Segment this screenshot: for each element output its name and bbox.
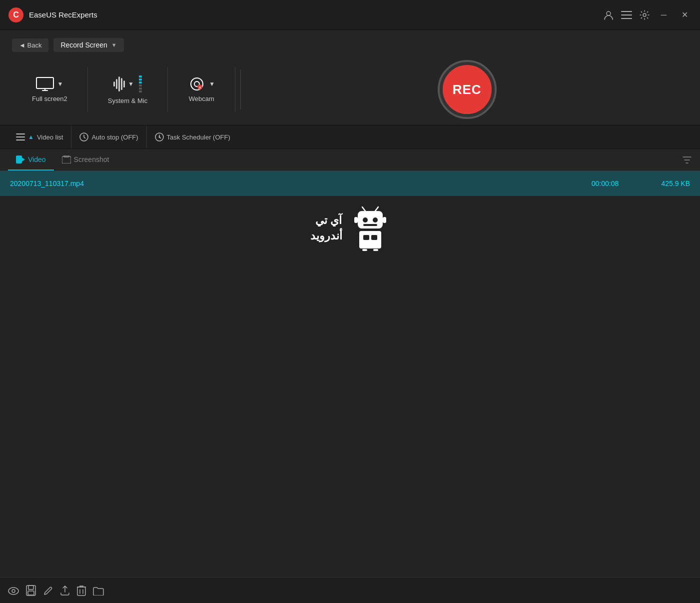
svg-rect-29 [383,217,386,223]
audio-icon-wrap: ▼ [113,75,142,93]
screenshot-tab-icon [62,156,71,164]
video-list-label: Video list [37,134,63,141]
svg-rect-18 [16,156,22,164]
svg-rect-14 [16,140,25,140]
mode-dropdown[interactable]: Record Screen ▼ [53,38,123,52]
svg-rect-39 [28,591,34,595]
upload-button[interactable] [60,584,70,596]
svg-rect-13 [16,136,25,138]
mode-label: Record Screen [60,41,107,49]
audio-visualizer [113,75,125,93]
audio-control[interactable]: ▼ System & Mic [88,67,168,112]
svg-text:✕: ✕ [198,86,202,90]
auto-stop-label: Auto stop (OFF) [91,134,138,141]
title-bar: C EaseUS RecExperts ─ ✕ [0,0,700,30]
webcam-label: Webcam [189,95,214,102]
controls-divider [240,70,241,110]
audio-dropdown-arrow[interactable]: ▼ [128,80,134,88]
screen-icon [36,77,54,91]
watermark-area: آي تي أندرويد [0,196,700,261]
svg-point-26 [373,218,378,222]
task-scheduler-button[interactable]: Task Scheduler (OFF) [147,126,238,148]
video-tab[interactable]: Video [8,149,54,170]
sort-button[interactable] [682,154,692,165]
screen-icon-wrap: ▼ [36,77,63,91]
file-size: 425.9 KB [640,180,690,188]
webcam-icon: ✕ [188,77,206,91]
preview-button[interactable] [8,584,19,596]
nav-bar: ◄ Back Record Screen ▼ [12,38,688,52]
svg-point-17 [158,136,160,138]
menu-icon[interactable] [621,10,632,20]
svg-rect-34 [373,249,378,251]
svg-point-36 [12,590,15,592]
svg-rect-40 [77,587,85,596]
video-list-icon [16,134,25,140]
webcam-icon-wrap: ✕ ▼ [188,77,215,91]
mode-dropdown-arrow: ▼ [111,42,117,48]
auto-stop-button[interactable]: Auto stop (OFF) [71,126,146,148]
app-title: EaseUS RecExperts [29,10,603,19]
settings-icon[interactable] [639,9,650,20]
svg-marker-19 [22,158,25,162]
rec-button[interactable]: REC [440,62,495,117]
svg-line-22 [362,207,365,211]
window-controls: ─ ✕ [603,8,692,22]
svg-rect-38 [28,586,33,590]
app-logo: C [8,7,24,23]
svg-rect-31 [363,235,369,240]
controls-row: ▼ Full screen2 ▼ [12,62,688,117]
save-icon [26,585,36,596]
screenshot-tab[interactable]: Screenshot [54,149,117,170]
svg-point-35 [8,588,18,594]
svg-rect-12 [16,134,25,134]
delete-button[interactable] [77,584,86,596]
rec-button-wrap: REC [246,62,688,117]
svg-point-6 [643,14,646,16]
screen-dropdown-arrow[interactable]: ▼ [57,80,63,88]
back-button[interactable]: ◄ Back [12,38,48,52]
minimize-button[interactable]: ─ [657,8,671,22]
delete-icon [77,585,86,596]
watermark-line2: أندرويد [310,228,342,244]
file-name: 20200713_110317.mp4 [10,180,570,188]
edit-icon [43,586,53,596]
save-button[interactable] [26,584,36,596]
video-list-button[interactable]: ▲ Video list [8,126,71,148]
rename-button[interactable] [43,584,53,596]
watermark-text: آي تي أندرويد [310,213,342,244]
webcam-control[interactable]: ✕ ▼ Webcam [168,67,235,112]
close-button[interactable]: ✕ [678,8,692,22]
bottom-toolbar: ▲ Video list Auto stop (OFF) Task Schedu… [0,125,700,149]
sort-icon [682,155,692,165]
svg-rect-5 [621,18,632,19]
file-list: 20200713_110317.mp4 00:00:08 425.9 KB آي… [0,171,700,577]
watermark-robot [350,206,390,251]
preview-icon [8,587,19,595]
svg-rect-33 [362,249,367,251]
open-folder-button[interactable] [93,584,104,596]
record-area: ◄ Back Record Screen ▼ ▼ Full screen2 [0,30,700,125]
rec-button-label: REC [453,82,482,98]
auto-stop-icon [79,132,88,142]
svg-rect-20 [62,156,71,164]
profile-icon[interactable] [603,9,614,20]
robot-icon [350,206,390,251]
video-tab-label: Video [28,156,46,164]
audio-label: System & Mic [108,97,147,104]
video-tab-icon [16,156,25,164]
webcam-icon-container: ✕ [188,77,206,91]
screen-control[interactable]: ▼ Full screen2 [12,67,88,112]
file-row[interactable]: 20200713_110317.mp4 00:00:08 425.9 KB [0,171,700,196]
svg-rect-7 [36,78,53,88]
svg-point-2 [607,12,611,16]
task-scheduler-icon [155,132,164,142]
file-duration: 00:00:08 [570,180,640,188]
upload-icon [60,585,70,596]
svg-rect-27 [363,224,377,226]
svg-text:C: C [13,10,19,19]
folder-icon [93,586,104,596]
action-bar [0,577,700,603]
webcam-dropdown-arrow[interactable]: ▼ [209,80,215,88]
svg-point-25 [363,218,368,222]
